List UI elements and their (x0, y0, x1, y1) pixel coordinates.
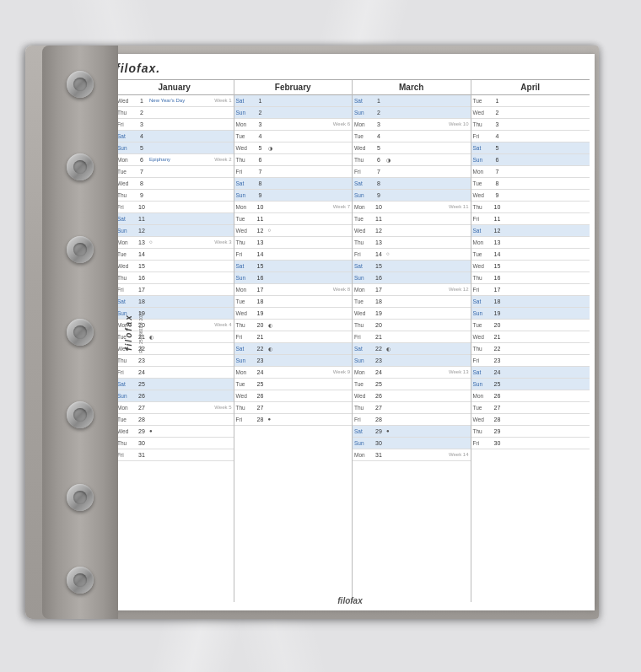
day-of-week: Mon (236, 204, 255, 210)
day-number: 24 (373, 369, 385, 375)
day-row: Sat11 (116, 213, 234, 225)
day-number: 4 (136, 133, 148, 139)
day-row: Fri31 (116, 449, 234, 461)
day-of-week: Wed (473, 110, 492, 116)
day-row: Wed12 (353, 225, 471, 237)
day-row: Fri4 (471, 131, 590, 142)
day-row: Thu16 (471, 272, 590, 284)
day-of-week: Sat (354, 98, 373, 104)
day-number: 19 (492, 310, 504, 316)
day-number: 5 (492, 145, 504, 151)
ring-7 (67, 567, 94, 594)
day-number: 5 (255, 145, 267, 151)
day-number: 3 (492, 121, 504, 127)
day-row: Mon13○Week 3 (116, 237, 234, 249)
day-of-week: Wed (354, 228, 373, 234)
day-number: 1 (136, 98, 148, 104)
day-row: Tue20 (471, 320, 590, 331)
week-label: Week 10 (449, 121, 469, 126)
day-row: Sat12 (471, 225, 590, 237)
day-of-week: Mon (354, 452, 373, 458)
day-number: 20 (255, 322, 267, 328)
day-of-week: Thu (473, 346, 492, 352)
day-of-week: Wed (117, 428, 136, 434)
week-label: Week 6 (333, 121, 350, 126)
filofax-logo: filofax. (116, 62, 160, 75)
week-label: Week 9 (333, 369, 350, 374)
day-row: Wed1New Year's DayWeek 1 (116, 95, 234, 107)
day-of-week: Sun (473, 157, 492, 163)
day-of-week: Wed (117, 98, 136, 104)
day-number: 21 (492, 334, 504, 340)
day-of-week: Mon (473, 393, 492, 399)
day-event: ◑ (267, 145, 351, 151)
day-row: Sun9 (234, 190, 353, 202)
day-row: Fri10 (116, 202, 234, 213)
spine-brand: filofax Ref: 25-68601 © 2022 (124, 248, 143, 417)
day-of-week: Fri (473, 216, 492, 222)
spine-logo: filofax (124, 314, 133, 350)
day-of-week: Sun (236, 275, 255, 281)
day-number: 23 (373, 358, 385, 363)
day-row: Wed19 (353, 308, 471, 320)
day-of-week: Sat (473, 298, 492, 304)
day-row: Thu9 (116, 190, 234, 202)
day-number: 7 (136, 169, 148, 175)
day-number: 31 (136, 452, 148, 458)
day-number: 29 (492, 428, 504, 434)
day-number: 15 (255, 263, 267, 269)
day-of-week: Mon (473, 239, 492, 245)
day-event: ○ (267, 228, 351, 233)
day-of-week: Sat (236, 346, 255, 352)
day-row: Sat8 (234, 178, 353, 190)
day-row: Wed29● (116, 426, 234, 438)
day-row: Wed9 (471, 190, 590, 202)
day-row: Wed28 (471, 414, 590, 426)
day-number: 18 (373, 298, 385, 304)
day-of-week: Sat (354, 180, 373, 186)
day-of-week: Tue (473, 180, 492, 186)
day-number: 23 (255, 358, 267, 363)
week-label: Week 13 (449, 369, 469, 374)
day-of-week: Wed (473, 334, 492, 340)
day-number: 6 (255, 157, 267, 163)
day-number: 10 (492, 204, 504, 210)
day-of-week: Fri (473, 287, 492, 293)
ring-1 (67, 71, 94, 98)
day-event: ○ (385, 251, 469, 256)
day-number: 26 (255, 393, 267, 399)
day-row: Sat22◐ (234, 343, 353, 355)
day-number: 17 (373, 287, 385, 293)
day-of-week: Wed (473, 417, 492, 422)
day-row: Fri21 (353, 331, 471, 343)
day-of-week: Thu (354, 157, 373, 163)
week-label: Week 5 (214, 405, 231, 410)
day-number: 3 (136, 121, 148, 127)
day-number: 7 (373, 169, 385, 175)
day-row: Tue11 (234, 213, 353, 225)
day-of-week: Fri (117, 121, 136, 127)
week-label: Week 3 (214, 239, 231, 245)
day-row: Mon3Week 6 (234, 119, 353, 131)
day-number: 27 (373, 405, 385, 411)
day-row: Thu3 (471, 119, 590, 131)
day-row: Mon26 (471, 390, 590, 402)
day-number: 19 (255, 310, 267, 316)
day-of-week: Fri (354, 417, 373, 422)
day-of-week: Sat (473, 369, 492, 375)
day-row: Sat8 (353, 178, 471, 190)
day-row: Sun9 (353, 190, 471, 202)
day-row: Thu27 (353, 402, 471, 414)
day-of-week: Wed (473, 263, 492, 269)
day-number: 11 (373, 216, 385, 222)
month-col-april: AprilTue1Wed2Thu3Fri4Sat5Sun6Mon7Tue8Wed… (471, 80, 590, 602)
day-number: 2 (136, 110, 148, 116)
day-of-week: Sun (236, 110, 255, 116)
day-row: Mon24Week 9 (234, 367, 353, 379)
day-of-week: Mon (117, 239, 136, 245)
day-row: Sun16 (353, 272, 471, 284)
day-row: Sun23 (234, 355, 353, 367)
day-row: Wed26 (234, 390, 353, 402)
day-number: 28 (492, 417, 504, 422)
day-row: Sat15 (234, 261, 353, 272)
